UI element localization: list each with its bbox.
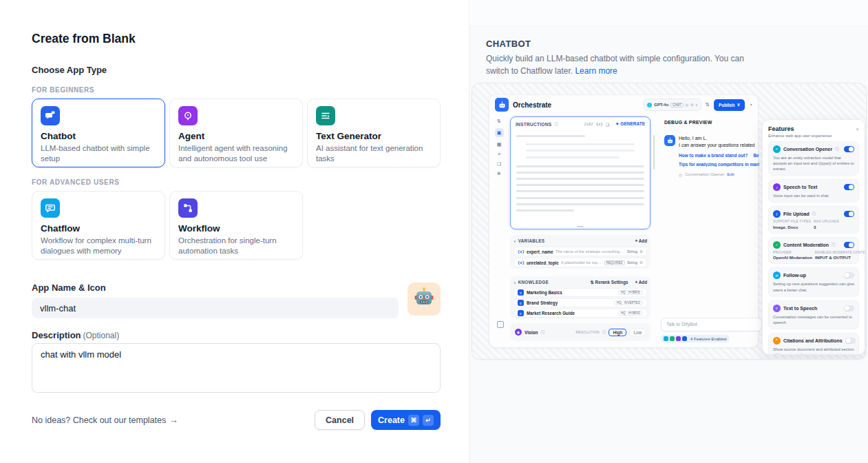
description-label: Description(Optional) <box>32 330 441 340</box>
model-selector: GPT-4o CHAT ◎ ⚙ ∨ <box>644 99 701 111</box>
app-name-label: App Name & Icon <box>32 282 441 293</box>
orchestrate-topbar: Orchestrate GPT-4o CHAT ◎ ⚙ ∨ ⇅ Publish∨… <box>489 95 758 114</box>
sidebar-pages-icon: ❏ <box>497 161 501 166</box>
for-advanced-users-label: FOR ADVANCED USERS <box>32 178 441 186</box>
document-icon: ≡ <box>518 289 524 296</box>
cancel-button[interactable]: Cancel <box>315 410 365 430</box>
modal-footer: No ideas? Check out our templates → Canc… <box>32 410 441 430</box>
feature-card-content-moderation: ✓ Content Moderation ⓘ PROVIDEROpenAI Mo… <box>768 237 859 265</box>
scrollbar <box>653 135 655 169</box>
app-type-desc: AI assistant for text generation tasks <box>316 143 432 163</box>
app-type-name: Chatflow <box>41 223 156 234</box>
app-type-desc: LLM-based chatbot with simple setup <box>41 143 156 163</box>
description-input[interactable]: chat with vllm model <box>32 343 441 393</box>
variable-row: {x} unrelated_topic A placeholder for to… <box>514 258 647 267</box>
info-icon: ⓘ <box>812 212 816 216</box>
suggestion-link: Tips for analyzing competitors in market <box>679 162 759 167</box>
app-type-desc: Intelligent agent with reasoning and aut… <box>178 143 294 163</box>
toggle <box>844 272 854 278</box>
variable-icon: {x} <box>596 122 603 127</box>
app-type-card-text-generator[interactable]: Text Generator AI assistant for text gen… <box>307 99 441 167</box>
info-icon: ⓘ <box>832 243 836 247</box>
retrieval-tag: HQ · HYBRID <box>618 311 643 316</box>
toggle <box>844 146 854 152</box>
file-upload-icon: ⇧ <box>773 210 781 218</box>
conversation-opener-icon: ❝ <box>773 145 781 153</box>
required-badge: REQUIRED <box>604 260 625 265</box>
variable-row: {x} expert_name The name of the strategi… <box>514 247 647 256</box>
advanced-cards-row: Chatflow Workflow for complex multi-turn… <box>32 191 441 260</box>
right-panel: CHATBOT Quickly build an LLM-based chatb… <box>469 0 868 463</box>
feature-card-follow-up: ✉ Follow-up Setting up next questions su… <box>768 267 859 296</box>
chat-input: Talk to DifyBot <box>661 318 762 331</box>
gear-icon: ⚙ <box>639 260 643 265</box>
chevron-down-icon: ∨ <box>514 239 516 243</box>
arrow-right-icon: → <box>169 415 178 425</box>
app-type-card-chatflow[interactable]: Chatflow Workflow for complex multi-turn… <box>32 191 165 260</box>
chatbot-preview-image: Orchestrate GPT-4o CHAT ◎ ⚙ ∨ ⇅ Publish∨… <box>472 83 867 360</box>
app-type-name: Workflow <box>178 223 294 234</box>
templates-link[interactable]: No ideas? Check out our templates → <box>32 415 178 425</box>
model-config-icon: ⇅ <box>706 102 710 107</box>
generate-button: ✦ GENERATE <box>615 121 645 127</box>
suggestion-link: How to make a brand stand out? <box>679 153 748 158</box>
workflow-icon <box>178 198 198 218</box>
preview-description: Quickly build an LLM-based chatbot with … <box>486 52 760 77</box>
learn-more-link[interactable]: Learn more <box>575 66 617 76</box>
app-type-name: Agent <box>178 131 294 141</box>
vision-icon: ◉ <box>515 329 522 336</box>
publish-button: Publish∨ <box>714 99 745 111</box>
feature-card-speech-to-text: ♪ Speech to Text Voice input can be used… <box>768 179 859 203</box>
feature-dot-icon <box>670 336 675 341</box>
app-type-card-workflow[interactable]: Workflow Orchestration for single-turn a… <box>169 191 303 260</box>
knowledge-row: ≡ Market Research Guide HQ · HYBRID <box>514 309 647 318</box>
app-name-input[interactable] <box>32 298 399 318</box>
char-count: 2182 <box>584 122 593 126</box>
toggle <box>844 242 854 248</box>
resize-handle <box>577 226 584 227</box>
create-button[interactable]: Create ⌘ ↵ <box>371 410 441 430</box>
knowledge-section: ∨ KNOWLEDGE ⇅ Rerank Settings + Add ≡ Ma… <box>510 276 650 319</box>
sliders-icon: ⇅ <box>497 119 501 123</box>
edit-link: Edit <box>727 172 734 176</box>
choose-app-type-label: Choose App Type <box>32 65 441 75</box>
model-settings-icon: ⚙ <box>690 103 693 107</box>
instructions-panel: INSTRUCTIONS ⓘ 2182 {x} ❏ ✦ GENERATE <box>510 116 650 229</box>
features-panel: Features × Enhance web app user experien… <box>762 119 865 355</box>
text-to-speech-icon: ♬ <box>773 305 781 312</box>
toggle <box>844 305 854 311</box>
feature-card-citations: ❞ Citations and Attributions Show source… <box>768 333 859 355</box>
add-variable-button: + Add <box>635 238 647 243</box>
content-moderation-icon: ✓ <box>773 241 781 249</box>
close-icon: × <box>856 126 859 132</box>
retrieval-tag: HQ · INVERTED <box>614 300 643 305</box>
chevron-down-icon: ∨ <box>695 103 698 107</box>
model-provider-icon <box>647 103 652 107</box>
feature-card-text-to-speech: ♬ Text to Speech Conversation messages c… <box>768 300 859 329</box>
variables-section: ∨ VARIABLES + Add {x} expert_name The na… <box>510 235 650 269</box>
app-icon-button[interactable] <box>407 282 441 316</box>
enter-key-icon: ↵ <box>423 415 434 426</box>
info-icon: ⓘ <box>602 330 606 335</box>
model-mode-badge: CHAT <box>670 103 683 107</box>
sidebar-doc-icon: ≡ <box>498 152 500 156</box>
chevron-down-icon: ∨ <box>737 102 740 107</box>
add-knowledge-button: + Add <box>635 280 647 285</box>
follow-up-icon: ✉ <box>773 271 781 279</box>
robot-emoji-icon <box>413 287 435 311</box>
app-type-desc: Orchestration for single-turn automation… <box>178 236 294 256</box>
resolution-low-option: Low <box>629 329 646 336</box>
bot-avatar-icon <box>664 135 675 146</box>
debug-preview-label: DEBUG & PREVIEW <box>664 120 712 125</box>
copy-icon: ❏ <box>606 122 609 127</box>
mini-sidebar: ⇅ ▣ ▦ ≡ ❏ ⊕ <box>491 119 507 176</box>
info-icon: ⓘ <box>554 122 558 127</box>
footer-buttons: Cancel Create ⌘ ↵ <box>315 410 441 430</box>
resolution-high-option: High <box>608 329 626 336</box>
app-type-card-chatbot[interactable]: Chatbot LLM-based chatbot with simple se… <box>32 99 165 167</box>
beginner-cards-row: Chatbot LLM-based chatbot with simple se… <box>32 99 441 167</box>
app-type-name: Text Generator <box>316 131 432 141</box>
app-type-desc: Workflow for complex multi-turn dialogue… <box>41 236 156 256</box>
app-type-card-agent[interactable]: Agent Intelligent agent with reasoning a… <box>169 99 303 167</box>
app-type-name: Chatbot <box>41 131 156 141</box>
